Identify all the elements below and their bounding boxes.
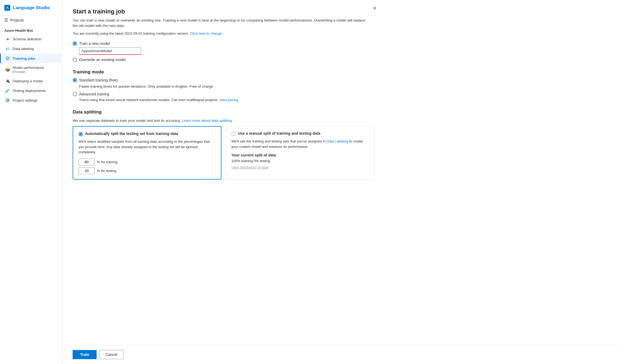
manual-split-card[interactable]: Use a manual split of training and testi… [226,126,374,180]
manual-split-radio[interactable] [231,132,236,136]
auto-split-radio[interactable] [79,132,83,136]
learn-more-link[interactable]: Learn more about data splitting. [182,119,233,123]
svg-rect-0 [5,6,9,10]
panel-title: Start a training job [73,8,374,15]
training-pct-input[interactable] [79,159,95,165]
advanced-training-desc: Trains using fine-tuned neural network t… [79,98,374,102]
testing-pct-label: % for testing [97,169,116,173]
logo-icon [4,5,10,11]
project-name: Azure-Health-Bot [0,25,62,34]
sidebar-item-testing[interactable]: 🧪 Testing deployments [0,86,62,95]
sidebar-item-data-labeling[interactable]: 🏷 Data labeling [0,44,62,53]
model-performance-icon: 📦 [5,67,10,72]
sidebar-item-label: Training jobs [13,56,35,60]
splitting-cards: Automatically split the testing set from… [73,126,374,180]
sidebar-item-deploying[interactable]: 🔌 Deploying a model [0,76,62,86]
data-splitting-desc: We use separate datasets to train your m… [73,118,374,123]
sidebar-item-model-performance[interactable]: 📦 Model performance (Preview) [0,63,62,76]
standard-training-radio[interactable] [73,78,77,82]
train-new-label: Train a new model [79,41,110,46]
manual-split-title: Use a manual split of training and testi… [238,131,320,135]
auto-split-desc: We'll select stratified samples from all… [79,139,216,155]
model-name-container [79,47,374,55]
menu-icon: ☰ [4,17,8,23]
sidebar-item-label: Project settings [13,98,37,102]
view-pricing-link[interactable]: View pricing. [219,98,239,102]
projects-label: Projects [10,18,24,22]
training-jobs-icon [5,56,10,61]
testing-pct-row: % for testing [79,167,216,174]
training-mode-header: Training mode [73,69,374,75]
view-distribution-link[interactable]: View distribution of data [231,165,269,169]
sidebar-item-label: Schema definition [13,37,41,41]
current-split-value: 100% training 0% testing [231,159,368,163]
training-pct-row: % for training [79,159,216,165]
data-labeling-link[interactable]: Data Labeling [327,139,348,143]
manual-split-desc: We'll use the training and testing sets … [231,139,368,149]
train-new-radio-row[interactable]: Train a new model [73,41,374,46]
data-labeling-icon: 🏷 [5,46,10,51]
sidebar-item-project-settings[interactable]: ⚙️ Project settings [0,95,62,105]
manual-split-header: Use a manual split of training and testi… [231,131,368,136]
sidebar: Language Studio ☰ Projects Azure-Health-… [0,0,62,364]
model-name-input[interactable] [79,47,141,55]
split-inputs: % for training % for testing [79,159,216,174]
auto-split-header: Automatically split the testing set from… [79,131,216,136]
project-settings-icon: ⚙️ [5,98,10,103]
training-mode-group: Standard training (free) Faster training… [73,78,374,102]
schema-icon: 🔺 [5,37,10,41]
sidebar-item-schema[interactable]: 🔺 Schema definition [0,34,62,44]
current-split-label: Your current split of data [231,153,368,157]
overwrite-label: Overwrite an existing model [79,58,126,62]
standard-training-label: Standard training (free) [79,78,118,82]
train-button[interactable]: Train [73,350,97,359]
sidebar-item-training-jobs[interactable]: Training jobs [0,53,62,63]
panel-description: You can train a new model or overwrite a… [73,18,369,29]
standard-training-desc: Faster training times for quicker iterat… [79,84,374,89]
config-change-link[interactable]: Click here to change. [190,31,223,35]
sidebar-item-label: Deploying a model [13,79,43,83]
footer-bar: Train Cancel [62,345,621,364]
overwrite-radio[interactable] [73,58,77,62]
close-button[interactable]: ✕ [373,5,377,11]
train-new-radio[interactable] [73,41,77,46]
sidebar-item-label: Data labeling [13,47,34,51]
cancel-button[interactable]: Cancel [99,350,124,359]
logo-text: Language Studio [13,5,50,10]
auto-split-title: Automatically split the testing set from… [85,131,178,136]
main-content: ✕ Start a training job You can train a n… [62,0,621,364]
app-logo[interactable]: Language Studio [0,0,62,15]
standard-training-row[interactable]: Standard training (free) [73,78,374,82]
data-splitting-header: Data splitting [73,109,374,115]
training-pct-label: % for training [97,160,118,164]
projects-nav[interactable]: ☰ Projects [0,15,62,25]
overwrite-radio-row[interactable]: Overwrite an existing model [73,58,374,62]
testing-icon: 🧪 [5,88,10,93]
sidebar-item-label: Model performance (Preview) [13,66,57,74]
advanced-training-row[interactable]: Advanced training [73,92,374,96]
deploying-icon: 🔌 [5,78,10,83]
training-panel: ✕ Start a training job You can train a n… [62,0,385,212]
config-note: You are currently using the latest 2022-… [73,31,374,35]
advanced-training-label: Advanced training [79,92,109,96]
advanced-training-radio[interactable] [73,92,77,96]
testing-pct-input[interactable] [79,167,95,174]
auto-split-card[interactable]: Automatically split the testing set from… [73,126,221,180]
sidebar-item-label: Testing deployments [13,89,46,93]
model-type-group: Train a new model Overwrite an existing … [73,41,374,62]
